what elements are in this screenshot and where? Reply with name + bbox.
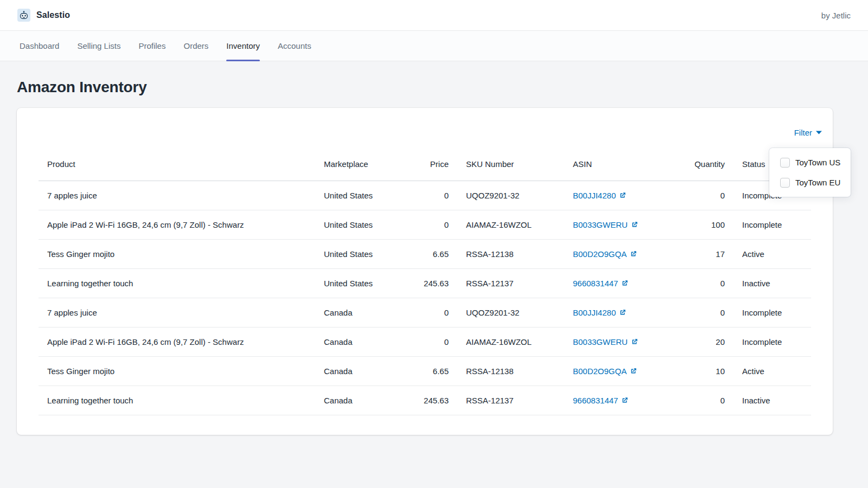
filter-option-checkbox[interactable] [780, 178, 790, 188]
column-header-quantity: Quantity [650, 148, 733, 181]
filter-option-label: ToyTown US [795, 158, 840, 167]
tab-accounts[interactable]: Accounts [278, 31, 311, 61]
sku-cell: RSSA-12137 [457, 268, 564, 298]
marketplace-cell: Canada [315, 386, 390, 415]
price-cell: 245.63 [390, 268, 457, 298]
asin-cell: B00JJI4280 [564, 298, 650, 327]
filter-button[interactable]: Filter [794, 128, 822, 137]
external-link-icon [621, 397, 628, 404]
sku-cell: UQOZ9201-32 [457, 298, 564, 327]
asin-cell: B0033GWERU [564, 327, 650, 356]
asin-text: 9660831447 [573, 279, 618, 288]
tab-orders[interactable]: Orders [183, 31, 208, 61]
price-cell: 0 [390, 181, 457, 210]
asin-text: B0033GWERU [573, 220, 628, 229]
table-row: 7 apples juiceCanada0UQOZ9201-32B00JJI42… [39, 298, 811, 327]
quantity-cell: 0 [650, 181, 733, 210]
caret-down-icon [816, 131, 822, 134]
table-row: Apple iPad 2 Wi-Fi 16GB, 24,6 cm (9,7 Zo… [39, 327, 811, 356]
marketplace-cell: United States [315, 210, 390, 239]
inventory-table: ProductMarketplacePriceSKU NumberASINQua… [39, 148, 811, 415]
asin-cell: B00JJI4280 [564, 181, 650, 210]
table-row: Learning together touchUnited States245.… [39, 268, 811, 298]
filter-option-checkbox[interactable] [780, 158, 790, 168]
topbar: Salestio by Jetlic [0, 0, 868, 31]
filter-option: ToyTown US [780, 152, 851, 172]
product-cell: 7 apples juice [39, 181, 315, 210]
filter-popover: ToyTown USToyTown EU [769, 148, 851, 197]
external-link-icon [630, 368, 637, 375]
byline: by Jetlic [821, 11, 851, 20]
sku-cell: RSSA-12138 [457, 239, 564, 268]
quantity-cell: 20 [650, 327, 733, 356]
status-cell: Active [733, 356, 811, 386]
filter-option: ToyTown EU [780, 172, 851, 192]
status-cell: Incomplete [733, 210, 811, 239]
asin-text: 9660831447 [573, 396, 618, 405]
table-row: Tess Ginger mojitoCanada6.65RSSA-12138B0… [39, 356, 811, 386]
marketplace-cell: Canada [315, 327, 390, 356]
sku-cell: RSSA-12137 [457, 386, 564, 415]
quantity-cell: 0 [650, 386, 733, 415]
quantity-cell: 17 [650, 239, 733, 268]
quantity-cell: 0 [650, 268, 733, 298]
tab-selling-lists[interactable]: Selling Lists [77, 31, 120, 61]
product-cell: Tess Ginger mojito [39, 356, 315, 386]
status-cell: Incomplete [733, 298, 811, 327]
asin-link[interactable]: B00D2O9GQA [573, 367, 637, 376]
filter-row: Filter [17, 126, 833, 138]
filter-option-label: ToyTown EU [795, 178, 840, 187]
sku-cell: UQOZ9201-32 [457, 181, 564, 210]
table-wrap: ProductMarketplacePriceSKU NumberASINQua… [39, 148, 811, 415]
asin-link[interactable]: B00JJI4280 [573, 308, 626, 317]
column-header-asin: ASIN [564, 148, 650, 181]
asin-cell: 9660831447 [564, 386, 650, 415]
tab-inventory[interactable]: Inventory [226, 31, 260, 61]
price-cell: 245.63 [390, 386, 457, 415]
tabbar: DashboardSelling ListsProfilesOrdersInve… [0, 31, 868, 61]
asin-text: B00JJI4280 [573, 308, 616, 317]
sku-cell: AIAMAZ-16WZOL [457, 210, 564, 239]
column-header-sku: SKU Number [457, 148, 564, 181]
external-link-icon [631, 338, 638, 345]
external-link-icon [631, 221, 638, 228]
tab-dashboard[interactable]: Dashboard [20, 31, 59, 61]
tab-profiles[interactable]: Profiles [138, 31, 165, 61]
status-cell: Inactive [733, 268, 811, 298]
column-header-product: Product [39, 148, 315, 181]
status-cell: Incomplete [733, 327, 811, 356]
price-cell: 6.65 [390, 356, 457, 386]
product-cell: Learning together touch [39, 268, 315, 298]
asin-link[interactable]: B0033GWERU [573, 220, 638, 229]
marketplace-cell: United States [315, 268, 390, 298]
product-cell: Apple iPad 2 Wi-Fi 16GB, 24,6 cm (9,7 Zo… [39, 327, 315, 356]
status-cell: Inactive [733, 386, 811, 415]
asin-link[interactable]: B00JJI4280 [573, 191, 626, 200]
product-cell: Tess Ginger mojito [39, 239, 315, 268]
external-link-icon [621, 280, 628, 287]
marketplace-cell: United States [315, 181, 390, 210]
table-row: 7 apples juiceUnited States0UQOZ9201-32B… [39, 181, 811, 210]
asin-link[interactable]: 9660831447 [573, 396, 628, 405]
table-row: Apple iPad 2 Wi-Fi 16GB, 24,6 cm (9,7 Zo… [39, 210, 811, 239]
app-name: Salestio [36, 10, 70, 20]
price-cell: 6.65 [390, 239, 457, 268]
page-title: Amazon Inventory [17, 79, 868, 95]
asin-cell: B0033GWERU [564, 210, 650, 239]
table-header-row: ProductMarketplacePriceSKU NumberASINQua… [39, 148, 811, 181]
sku-cell: AIAMAZ-16WZOL [457, 327, 564, 356]
sku-cell: RSSA-12138 [457, 356, 564, 386]
asin-link[interactable]: 9660831447 [573, 279, 628, 288]
marketplace-cell: Canada [315, 298, 390, 327]
external-link-icon [619, 192, 626, 199]
asin-text: B0033GWERU [573, 337, 628, 346]
table-row: Learning together touchCanada245.63RSSA-… [39, 386, 811, 415]
asin-link[interactable]: B00D2O9GQA [573, 249, 637, 259]
column-header-price: Price [390, 148, 457, 181]
quantity-cell: 0 [650, 298, 733, 327]
asin-cell: B00D2O9GQA [564, 356, 650, 386]
asin-cell: 9660831447 [564, 268, 650, 298]
external-link-icon [630, 251, 637, 258]
asin-link[interactable]: B0033GWERU [573, 337, 638, 346]
marketplace-cell: Canada [315, 356, 390, 386]
